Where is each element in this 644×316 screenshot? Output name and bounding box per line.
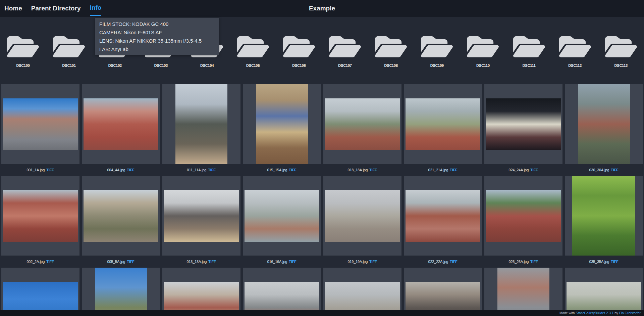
folder-item[interactable]: DSC107 [322,35,368,68]
gallery-cell: 001_1A.jpg TIFF [0,84,80,176]
tiff-link[interactable]: TIFF [530,168,538,172]
photo-card[interactable] [323,268,401,316]
photo-thumbnail[interactable] [578,84,630,164]
photo-card[interactable] [323,176,401,256]
photo-card[interactable] [82,84,160,164]
photo-label: 016_16A.jpg TIFF [267,256,296,268]
photo-card[interactable] [484,176,562,256]
photo-card[interactable] [484,268,562,316]
gallery-cell: 021_21A.jpg TIFF [402,84,483,176]
tiff-link[interactable]: TIFF [450,260,457,264]
photo-card[interactable] [404,268,482,316]
photo-card[interactable] [82,268,160,316]
photo-filename: 021_21A.jpg [428,168,448,172]
photo-card[interactable] [1,84,79,164]
tiff-link[interactable]: TIFF [611,168,618,172]
tiff-link[interactable]: TIFF [369,260,377,264]
tiff-link[interactable]: TIFF [289,168,296,172]
photo-card[interactable] [323,84,401,164]
photo-card[interactable] [243,84,321,164]
gallery-cell: 011_11A.jpg TIFF [161,84,241,176]
folder-open-icon [53,35,85,59]
photo-card[interactable] [404,176,482,256]
nav-parent-directory-link[interactable]: Parent Directory [31,0,81,17]
photo-thumbnail[interactable] [3,98,78,150]
photo-thumbnail[interactable] [175,84,227,164]
tooltip-film-stock: FILM STOCK: KODAK GC 400 [99,20,219,28]
tiff-link[interactable]: TIFF [289,260,296,264]
tiff-link[interactable]: TIFF [46,168,54,172]
tiff-link[interactable]: TIFF [208,260,216,264]
folder-item[interactable]: DSC100 [0,35,46,68]
folder-item[interactable]: DSC111 [506,35,552,68]
folder-item[interactable]: DSC105 [230,35,276,68]
tiff-link[interactable]: TIFF [127,260,134,264]
photo-card[interactable] [82,176,160,256]
tiff-link[interactable]: TIFF [611,260,618,264]
folder-item[interactable]: DSC106 [276,35,322,68]
author-link[interactable]: Flo Greistorfer. [619,311,641,315]
photo-card[interactable] [1,176,79,256]
photo-card[interactable] [162,176,240,256]
photo-filename: 011_11A.jpg [187,168,206,172]
folder-item[interactable]: DSC108 [368,35,414,68]
folder-item[interactable]: DSC109 [414,35,460,68]
photo-thumbnail[interactable] [95,268,147,316]
nav-home-link[interactable]: Home [4,0,22,17]
folder-item[interactable]: DSC101 [46,35,92,68]
photo-thumbnail[interactable] [164,190,239,242]
photo-thumbnail[interactable] [84,190,158,242]
footer-by: by [614,311,618,315]
tiff-link[interactable]: TIFF [46,260,54,264]
folder-label: DSC105 [246,63,260,68]
photo-card[interactable] [162,84,240,164]
photo-label: 021_21A.jpg TIFF [428,164,457,176]
photo-thumbnail[interactable] [486,98,561,150]
photo-label: 030_30A.jpg TIFF [589,164,618,176]
tiff-link[interactable]: TIFF [450,168,457,172]
photo-card[interactable] [243,176,321,256]
photo-card[interactable] [565,176,643,256]
photo-label: 035_35A.jpg TIFF [589,256,618,268]
photo-card[interactable] [484,84,562,164]
photo-card[interactable] [565,84,643,164]
tiff-link[interactable]: TIFF [208,168,215,172]
photo-card[interactable] [404,84,482,164]
folder-label: DSC111 [523,63,536,68]
folder-item[interactable]: DSC112 [552,35,598,68]
photo-thumbnail[interactable] [256,84,308,164]
photo-card[interactable] [565,268,643,316]
photo-thumbnail[interactable] [497,268,549,316]
folder-label: DSC100 [16,63,30,68]
photo-label: 001_1A.jpg TIFF [26,164,54,176]
folder-open-icon [467,35,499,59]
photo-card[interactable] [162,268,240,316]
photo-label: 013_13A.jpg TIFF [186,256,216,268]
photo-card[interactable] [1,268,79,316]
folder-label: DSC113 [614,63,628,68]
tiff-link[interactable]: TIFF [127,168,134,172]
page-title: Example [309,0,335,17]
builder-link[interactable]: StaticGalleryBuilder 2.3.1 [576,311,613,315]
photo-filename: 002_2A.jpg [26,260,45,264]
gallery-row: 002_2A.jpg TIFF 005_5A.jpg TIFF 013_13A.… [0,176,644,268]
photo-thumbnail[interactable] [486,190,561,242]
nav-info-link[interactable]: Info [90,1,102,16]
folder-item[interactable]: DSC113 [598,35,644,68]
photo-thumbnail[interactable] [325,98,400,150]
photo-thumbnail[interactable] [245,190,319,242]
photo-thumbnail[interactable] [406,98,480,150]
photo-label: 002_2A.jpg TIFF [26,256,54,268]
photo-thumbnail[interactable] [325,190,400,242]
photo-thumbnail[interactable] [572,176,635,256]
photo-thumbnail[interactable] [3,190,78,242]
photo-filename: 001_1A.jpg [26,168,45,172]
tiff-link[interactable]: TIFF [530,260,538,264]
photo-thumbnail[interactable] [84,98,158,150]
tooltip-camera: CAMERA: Nikon F-801S AF [99,28,219,37]
photo-filename: 030_30A.jpg [589,168,609,172]
photo-thumbnail[interactable] [406,190,480,242]
folder-item[interactable]: DSC110 [460,35,506,68]
photo-card[interactable] [243,268,321,316]
tiff-link[interactable]: TIFF [369,168,377,172]
